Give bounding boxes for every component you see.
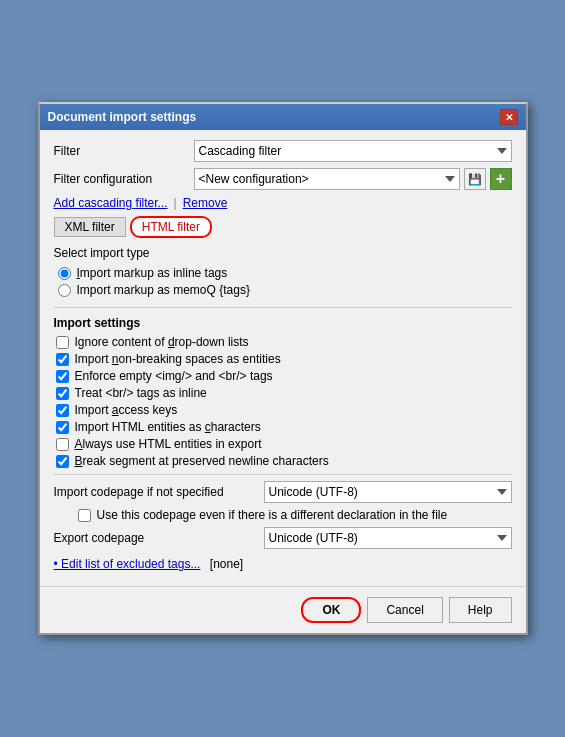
filter-config-select[interactable]: <New configuration> <box>194 168 460 190</box>
radio-memoq-input[interactable] <box>58 284 71 297</box>
checkbox-html-entities-input[interactable] <box>56 421 69 434</box>
checkbox-dropdown: Ignore content of drop-down lists <box>54 335 512 349</box>
checkbox-dropdown-input[interactable] <box>56 336 69 349</box>
radio-inline-input[interactable] <box>58 267 71 280</box>
radio-inline-label: Import markup as inline tags <box>77 266 228 280</box>
ok-button[interactable]: OK <box>301 597 361 623</box>
select-import-type-label: Select import type <box>54 246 512 260</box>
link-separator: | <box>174 196 177 210</box>
radio-inline: Import markup as inline tags <box>58 266 512 280</box>
radio-group: Import markup as inline tags Import mark… <box>54 266 512 297</box>
title-bar: Document import settings ✕ <box>40 104 526 130</box>
html-filter-tab[interactable]: HTML filter <box>130 216 212 238</box>
checkbox-always-entities-input[interactable] <box>56 438 69 451</box>
dialog-body: Filter Cascading filter Filter configura… <box>40 130 526 586</box>
checkbox-always-entities: Always use HTML entities in export <box>54 437 512 451</box>
divider2 <box>54 474 512 475</box>
codepage-sub-row: Use this codepage even if there is a dif… <box>54 508 512 522</box>
tabs-row: XML filter HTML filter <box>54 216 512 238</box>
codepage-sub-label: Use this codepage even if there is a dif… <box>97 508 448 522</box>
checkbox-empty-tags-label: Enforce empty <img/> and <br/> tags <box>75 369 273 383</box>
filter-row: Filter Cascading filter <box>54 140 512 162</box>
filter-config-label: Filter configuration <box>54 172 194 186</box>
checkbox-break-segment-label: Break segment at preserved newline chara… <box>75 454 329 468</box>
export-codepage-label: Export codepage <box>54 531 264 545</box>
checkbox-html-entities-label: Import HTML entities as characters <box>75 420 261 434</box>
export-codepage-row: Export codepage Unicode (UTF-8) <box>54 527 512 549</box>
edit-link-row: • Edit list of excluded tags... [none] <box>54 557 512 571</box>
checkbox-br-inline-input[interactable] <box>56 387 69 400</box>
edit-excluded-link[interactable]: • Edit list of excluded tags... <box>54 557 201 571</box>
checkbox-always-entities-label: Always use HTML entities in export <box>75 437 262 451</box>
xml-filter-tab[interactable]: XML filter <box>54 217 126 237</box>
edit-excluded-value: [none] <box>210 557 243 571</box>
links-row: Add cascading filter... | Remove <box>54 196 512 210</box>
checkbox-nbsp-input[interactable] <box>56 353 69 366</box>
checkbox-access-keys: Import access keys <box>54 403 512 417</box>
checkbox-nbsp-label: Import non-breaking spaces as entities <box>75 352 281 366</box>
filter-config-row: Filter configuration <New configuration>… <box>54 168 512 190</box>
codepage-sub-checkbox[interactable] <box>78 509 91 522</box>
checkbox-empty-tags: Enforce empty <img/> and <br/> tags <box>54 369 512 383</box>
import-codepage-select[interactable]: Unicode (UTF-8) <box>264 481 512 503</box>
dialog-title: Document import settings <box>48 110 197 124</box>
radio-memoq: Import markup as memoQ {tags} <box>58 283 512 297</box>
checkbox-break-segment-input[interactable] <box>56 455 69 468</box>
checkbox-empty-tags-input[interactable] <box>56 370 69 383</box>
checkbox-br-inline: Treat <br/> tags as inline <box>54 386 512 400</box>
filter-config-control: <New configuration> 💾 + <box>194 168 512 190</box>
cancel-button[interactable]: Cancel <box>367 597 442 623</box>
filter-label: Filter <box>54 144 194 158</box>
checkbox-dropdown-label: Ignore content of drop-down lists <box>75 335 249 349</box>
close-button[interactable]: ✕ <box>500 109 518 125</box>
checkbox-break-segment: Break segment at preserved newline chara… <box>54 454 512 468</box>
remove-link[interactable]: Remove <box>183 196 228 210</box>
filter-control: Cascading filter <box>194 140 512 162</box>
checkbox-html-entities: Import HTML entities as characters <box>54 420 512 434</box>
export-codepage-select[interactable]: Unicode (UTF-8) <box>264 527 512 549</box>
import-settings-label: Import settings <box>54 316 512 330</box>
import-codepage-row: Import codepage if not specified Unicode… <box>54 481 512 503</box>
checkbox-br-inline-label: Treat <br/> tags as inline <box>75 386 207 400</box>
radio-memoq-label: Import markup as memoQ {tags} <box>77 283 250 297</box>
add-cascading-link[interactable]: Add cascading filter... <box>54 196 168 210</box>
filter-select[interactable]: Cascading filter <box>194 140 512 162</box>
document-import-dialog: Document import settings ✕ Filter Cascad… <box>38 102 528 635</box>
save-config-button[interactable]: 💾 <box>464 168 486 190</box>
button-row: OK Cancel Help <box>40 586 526 633</box>
checkbox-access-keys-input[interactable] <box>56 404 69 417</box>
checkbox-nbsp: Import non-breaking spaces as entities <box>54 352 512 366</box>
help-button[interactable]: Help <box>449 597 512 623</box>
divider1 <box>54 307 512 308</box>
import-codepage-label: Import codepage if not specified <box>54 485 264 499</box>
add-config-button[interactable]: + <box>490 168 512 190</box>
checkbox-access-keys-label: Import access keys <box>75 403 178 417</box>
